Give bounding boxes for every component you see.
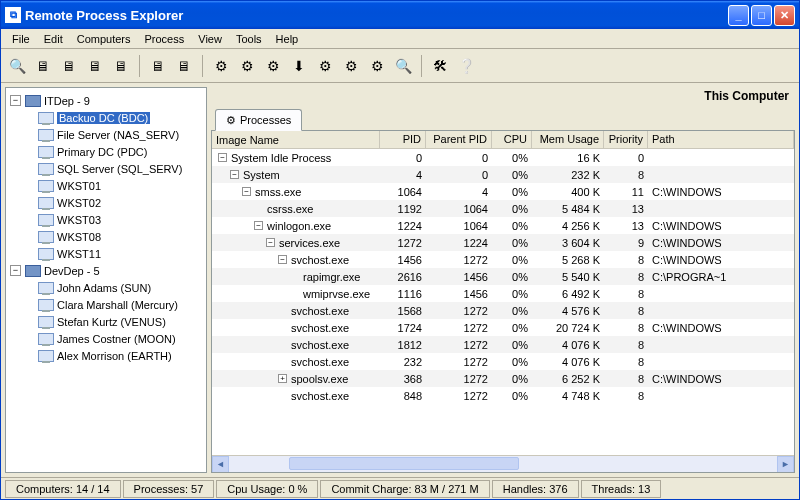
close-button[interactable]: ✕ xyxy=(774,5,795,26)
column-header[interactable]: Priority xyxy=(604,131,648,148)
toolbar-button-6[interactable]: 🖥 xyxy=(146,54,170,78)
cell-cpu: 0% xyxy=(492,185,532,199)
cell-pid: 2616 xyxy=(380,270,426,284)
toolbar-button-15[interactable]: ⚙ xyxy=(365,54,389,78)
tree-computer[interactable]: Alex Morrison (EARTH) xyxy=(10,347,202,364)
menu-file[interactable]: File xyxy=(5,31,37,47)
process-row[interactable]: −services.exe127212240%3 604 K9C:\WINDOW… xyxy=(212,234,794,251)
process-row[interactable]: svchost.exe172412720%20 724 K8C:\WINDOWS xyxy=(212,319,794,336)
column-header[interactable]: PID xyxy=(380,131,426,148)
tree-computer[interactable]: Stefan Kurtz (VENUS) xyxy=(10,313,202,330)
collapse-icon[interactable]: − xyxy=(10,265,21,276)
tree-label: John Adams (SUN) xyxy=(57,282,151,294)
menu-computers[interactable]: Computers xyxy=(70,31,138,47)
minimize-button[interactable]: _ xyxy=(728,5,749,26)
tree-computer[interactable]: WKST03 xyxy=(10,211,202,228)
tree-computer[interactable]: WKST02 xyxy=(10,194,202,211)
tree-computer[interactable]: James Costner (MOON) xyxy=(10,330,202,347)
titlebar: ⧉ Remote Process Explorer _ □ ✕ xyxy=(1,1,799,29)
menu-view[interactable]: View xyxy=(191,31,229,47)
tree-computer[interactable]: John Adams (SUN) xyxy=(10,279,202,296)
toolbar-button-14[interactable]: ⚙ xyxy=(339,54,363,78)
process-row[interactable]: −smss.exe106440%400 K11C:\WINDOWS xyxy=(212,183,794,200)
process-name: System xyxy=(243,169,280,181)
process-row[interactable]: wmiprvse.exe111614560%6 492 K8 xyxy=(212,285,794,302)
cell-cpu: 0% xyxy=(492,168,532,182)
toolbar-button-7[interactable]: 🖥 xyxy=(172,54,196,78)
toolbar-button-3[interactable]: 🖥 xyxy=(83,54,107,78)
menu-tools[interactable]: Tools xyxy=(229,31,269,47)
column-header[interactable]: CPU xyxy=(492,131,532,148)
toolbar-button-4[interactable]: 🖥 xyxy=(109,54,133,78)
app-title: Remote Process Explorer xyxy=(25,8,183,23)
tree-computer[interactable]: Clara Marshall (Mercury) xyxy=(10,296,202,313)
menu-help[interactable]: Help xyxy=(269,31,306,47)
process-row[interactable]: +spoolsv.exe36812720%6 252 K8C:\WINDOWS xyxy=(212,370,794,387)
toolbar-button-12[interactable]: ⬇ xyxy=(287,54,311,78)
expand-toggle[interactable]: − xyxy=(242,187,251,196)
tree-computer[interactable]: File Server (NAS_SERV) xyxy=(10,126,202,143)
process-row[interactable]: −winlogon.exe122410640%4 256 K13C:\WINDO… xyxy=(212,217,794,234)
column-header[interactable]: Parent PID xyxy=(426,131,492,148)
toolbar-button-2[interactable]: 🖥 xyxy=(57,54,81,78)
toolbar-button-18[interactable]: 🛠 xyxy=(428,54,452,78)
process-row[interactable]: svchost.exe84812720%4 748 K8 xyxy=(212,387,794,404)
menu-edit[interactable]: Edit xyxy=(37,31,70,47)
process-row[interactable]: −svchost.exe145612720%5 268 K8C:\WINDOWS xyxy=(212,251,794,268)
computer-tree[interactable]: −ITDep - 9Backuo DC (BDC)File Server (NA… xyxy=(5,87,207,473)
collapse-icon[interactable]: − xyxy=(10,95,21,106)
grid-header[interactable]: Image NamePIDParent PIDCPUMem UsagePrior… xyxy=(212,131,794,149)
column-header[interactable]: Image Name xyxy=(212,131,380,148)
column-header[interactable]: Path xyxy=(648,131,794,148)
cell-pp: 1064 xyxy=(426,219,492,233)
cell-path: C:\WINDOWS xyxy=(648,219,794,233)
expand-toggle[interactable]: − xyxy=(230,170,239,179)
scroll-thumb[interactable] xyxy=(289,457,519,470)
cell-path xyxy=(648,293,794,295)
computer-icon xyxy=(38,248,54,260)
scroll-right-button[interactable]: ► xyxy=(777,456,794,473)
cell-mem: 6 492 K xyxy=(532,287,604,301)
expand-toggle[interactable]: − xyxy=(278,255,287,264)
tab-processes[interactable]: ⚙ Processes xyxy=(215,109,302,131)
horizontal-scrollbar[interactable]: ◄ ► xyxy=(212,455,794,472)
process-row[interactable]: svchost.exe181212720%4 076 K8 xyxy=(212,336,794,353)
computer-icon xyxy=(38,299,54,311)
expand-toggle[interactable]: − xyxy=(218,153,227,162)
toolbar-button-0[interactable]: 🔍 xyxy=(5,54,29,78)
tree-computer[interactable]: WKST01 xyxy=(10,177,202,194)
column-header[interactable]: Mem Usage xyxy=(532,131,604,148)
process-row[interactable]: csrss.exe119210640%5 484 K13 xyxy=(212,200,794,217)
tree-computer[interactable]: Primary DC (PDC) xyxy=(10,143,202,160)
process-row[interactable]: −System Idle Process000%16 K0 xyxy=(212,149,794,166)
toolbar-button-13[interactable]: ⚙ xyxy=(313,54,337,78)
cell-cpu: 0% xyxy=(492,372,532,386)
expand-toggle[interactable]: − xyxy=(254,221,263,230)
grid-body[interactable]: −System Idle Process000%16 K0−System400%… xyxy=(212,149,794,455)
tree-computer[interactable]: Backuo DC (BDC) xyxy=(10,109,202,126)
scroll-track[interactable] xyxy=(229,456,777,473)
toolbar-button-11[interactable]: ⚙ xyxy=(261,54,285,78)
tree-group[interactable]: −ITDep - 9 xyxy=(10,92,202,109)
toolbar-button-9[interactable]: ⚙ xyxy=(209,54,233,78)
scroll-left-button[interactable]: ◄ xyxy=(212,456,229,473)
toolbar-button-19[interactable]: ❔ xyxy=(454,54,478,78)
process-row[interactable]: −System400%232 K8 xyxy=(212,166,794,183)
tree-label: File Server (NAS_SERV) xyxy=(57,129,179,141)
menu-process[interactable]: Process xyxy=(138,31,192,47)
tree-group[interactable]: −DevDep - 5 xyxy=(10,262,202,279)
process-row[interactable]: svchost.exe156812720%4 576 K8 xyxy=(212,302,794,319)
tree-computer[interactable]: WKST11 xyxy=(10,245,202,262)
tree-computer[interactable]: SQL Server (SQL_SERV) xyxy=(10,160,202,177)
toolbar-button-16[interactable]: 🔍 xyxy=(391,54,415,78)
tree-computer[interactable]: WKST08 xyxy=(10,228,202,245)
expand-toggle[interactable]: + xyxy=(278,374,287,383)
process-row[interactable]: rapimgr.exe261614560%5 540 K8C:\PROGRA~1 xyxy=(212,268,794,285)
process-row[interactable]: svchost.exe23212720%4 076 K8 xyxy=(212,353,794,370)
expand-toggle[interactable]: − xyxy=(266,238,275,247)
toolbar-button-10[interactable]: ⚙ xyxy=(235,54,259,78)
computer-icon xyxy=(38,214,54,226)
process-name: System Idle Process xyxy=(231,152,331,164)
maximize-button[interactable]: □ xyxy=(751,5,772,26)
toolbar-button-1[interactable]: 🖥 xyxy=(31,54,55,78)
